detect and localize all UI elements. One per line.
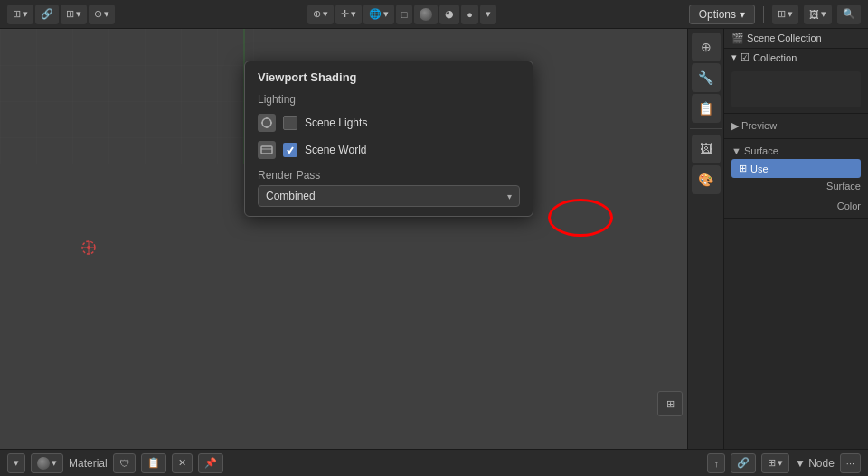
cursor-btn[interactable]: ⊕ ▾ bbox=[307, 5, 334, 24]
link-icon: 🔗 bbox=[41, 8, 53, 20]
shield-btn[interactable]: 🛡 bbox=[113, 453, 136, 473]
image-arrow: ▾ bbox=[821, 8, 826, 20]
scene-world-row: Scene World bbox=[258, 138, 520, 162]
render-pass-label: Render Pass bbox=[258, 169, 520, 182]
transform-btn[interactable]: ✛ ▾ bbox=[335, 5, 362, 24]
pin-icon: 📌 bbox=[204, 457, 217, 469]
material-preview-btn[interactable]: ◕ bbox=[439, 5, 459, 24]
options-arrow: ▾ bbox=[740, 8, 745, 21]
rt-scale-btn[interactable]: 📋 bbox=[692, 94, 721, 123]
up-icon: ↑ bbox=[713, 458, 719, 469]
shading-group: ⊕ ▾ ✛ ▾ 🌐 ▾ □ ◕ ● ▾ bbox=[307, 5, 496, 24]
view-icon: ⊞ bbox=[13, 8, 21, 20]
viewport-3d[interactable]: Viewport Shading Lighting Sc bbox=[0, 29, 687, 449]
image-btn[interactable]: 🖼 ▾ bbox=[804, 5, 832, 24]
scene-world-icon bbox=[258, 141, 276, 159]
layout-btn[interactable]: ⊞ ▾ bbox=[772, 5, 798, 24]
world-btn[interactable]: 🌐 ▾ bbox=[363, 5, 394, 24]
world-arrow: ▾ bbox=[383, 8, 389, 20]
bottom-view-btn[interactable]: ▾ bbox=[7, 453, 25, 473]
scene-world-checkbox[interactable] bbox=[283, 143, 297, 157]
search-icon: 🔍 bbox=[843, 8, 855, 20]
collection-item[interactable]: ▾ ☑ Collection bbox=[724, 49, 868, 66]
shading-popup: Viewport Shading Lighting Sc bbox=[244, 61, 533, 217]
combined-label: Combined bbox=[266, 190, 316, 202]
rt-paint-btn[interactable]: 🎨 bbox=[692, 165, 721, 194]
material-label: Material bbox=[69, 457, 108, 470]
color-label: Color bbox=[731, 198, 861, 214]
rendered-btn[interactable]: ● bbox=[461, 5, 478, 24]
scene-lights-icon bbox=[258, 114, 276, 132]
use-icon: ⊞ bbox=[739, 163, 747, 174]
rt-separator bbox=[690, 128, 722, 129]
svg-rect-0 bbox=[0, 29, 271, 164]
right-toolbar: ⊕ 🔧 📋 🖼 🎨 bbox=[687, 29, 723, 449]
rt-paint-icon: 🎨 bbox=[698, 173, 713, 187]
surface-value: Surface bbox=[731, 178, 861, 194]
rt-rotate-btn[interactable]: 🔧 bbox=[692, 63, 721, 92]
link-bottom-btn[interactable]: 🔗 bbox=[731, 453, 756, 473]
collection-label: Collection bbox=[753, 52, 797, 63]
viewport-area: Viewport Shading Lighting Sc bbox=[0, 29, 868, 449]
use-button[interactable]: ⊞ Use bbox=[731, 159, 861, 178]
link-btn[interactable]: 🔗 bbox=[35, 5, 59, 24]
image-icon: 🖼 bbox=[809, 9, 819, 20]
rendered-icon: ● bbox=[467, 9, 473, 20]
surface-header[interactable]: ▼ Surface bbox=[731, 143, 861, 159]
popup-title: Viewport Shading bbox=[258, 70, 520, 84]
node-dots-icon: ··· bbox=[846, 458, 854, 469]
wireframe-btn[interactable]: □ bbox=[396, 5, 413, 24]
node-label: ▼ Node bbox=[795, 457, 835, 470]
grid-icon: ⊞ bbox=[666, 398, 675, 410]
link-bottom-icon: 🔗 bbox=[737, 457, 750, 469]
expand-icon: ▾ bbox=[731, 51, 737, 63]
preview-label: ▶ Preview bbox=[731, 120, 777, 132]
snap-btn[interactable]: ⊞ ▾ bbox=[61, 5, 87, 24]
grid-toggle-btn[interactable]: ⊞ bbox=[657, 391, 683, 416]
rt-image-btn[interactable]: 🖼 bbox=[692, 135, 721, 163]
view-dropdown-btn[interactable]: ⊞ ▾ bbox=[7, 5, 33, 24]
view-arrow: ▾ bbox=[23, 8, 28, 20]
copy-btn[interactable]: 📋 bbox=[141, 453, 166, 473]
options-button[interactable]: Options ▾ bbox=[689, 5, 755, 24]
prop-icon: ⊙ bbox=[94, 8, 102, 20]
cursor-icon: ⊕ bbox=[313, 8, 321, 20]
scene-collection-icon: 🎬 bbox=[731, 33, 747, 43]
copy-icon: 📋 bbox=[147, 457, 160, 469]
node-layout-btn[interactable]: ⊞ ▾ bbox=[761, 453, 789, 473]
checkbox-icon: ☑ bbox=[741, 51, 750, 63]
preview-header[interactable]: ▶ Preview bbox=[731, 117, 861, 135]
move-icon: ⊕ bbox=[701, 40, 712, 54]
solid-btn[interactable] bbox=[414, 5, 438, 24]
svg-point-9 bbox=[262, 118, 271, 127]
node-dots-btn[interactable]: ··· bbox=[840, 453, 861, 473]
options-label: Options bbox=[699, 8, 736, 21]
world-icon: 🌐 bbox=[369, 8, 382, 20]
prop-arrow: ▾ bbox=[104, 8, 109, 20]
bottom-view-arrow: ▾ bbox=[14, 457, 19, 469]
panel-middle bbox=[724, 66, 868, 114]
shading-expand-icon: ▾ bbox=[486, 8, 491, 20]
node-layout-arrow: ▾ bbox=[778, 457, 783, 469]
dropdown-arrow: ▾ bbox=[507, 191, 512, 201]
lighting-label: Lighting bbox=[258, 93, 520, 106]
close-bottom-btn[interactable]: ✕ bbox=[172, 453, 193, 473]
properties-panel: 🎬 Scene Collection ▾ ☑ Collection ▶ Prev… bbox=[723, 29, 868, 449]
rt-move-btn[interactable]: ⊕ bbox=[692, 33, 721, 61]
scene-lights-label: Scene Lights bbox=[305, 117, 367, 129]
material-sphere-icon bbox=[37, 457, 50, 470]
layout-arrow: ▾ bbox=[788, 8, 793, 20]
pin-btn[interactable]: 📌 bbox=[198, 453, 223, 473]
material-preview-icon: ◕ bbox=[445, 8, 454, 20]
scene-collection-label: Scene Collection bbox=[747, 33, 822, 43]
viewport-overlays: ⊞ bbox=[657, 391, 683, 416]
use-label: Use bbox=[750, 163, 769, 174]
up-btn[interactable]: ↑ bbox=[707, 453, 725, 473]
prop-btn[interactable]: ⊙ ▾ bbox=[89, 5, 115, 24]
shading-dropdown-btn[interactable]: ▾ bbox=[480, 5, 496, 24]
bottom-material-btn[interactable]: ▾ bbox=[31, 453, 63, 473]
preview-section: ▶ Preview bbox=[724, 114, 868, 139]
search-btn[interactable]: 🔍 bbox=[837, 5, 861, 24]
render-pass-dropdown[interactable]: Combined ▾ bbox=[258, 185, 520, 207]
scene-lights-checkbox[interactable] bbox=[283, 116, 297, 130]
